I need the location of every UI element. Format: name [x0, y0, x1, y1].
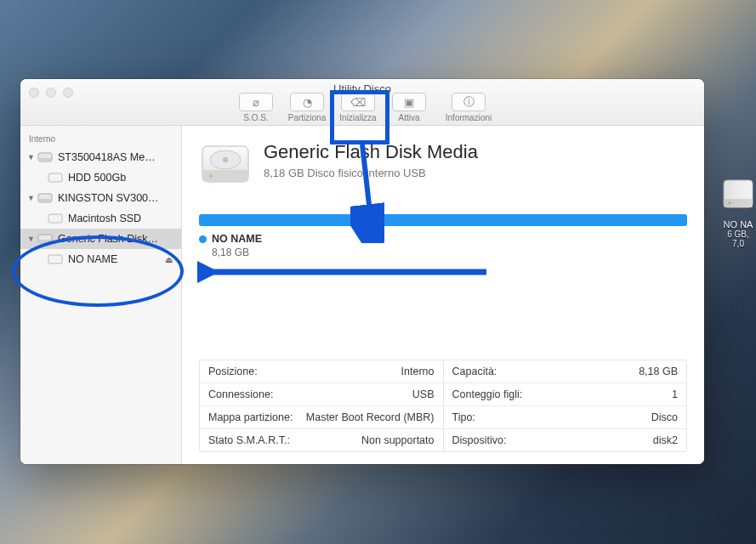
svg-rect-5 — [48, 173, 62, 182]
disclosure-triangle-icon[interactable]: ▼ — [27, 153, 36, 162]
svg-point-14 — [209, 174, 213, 178]
svg-point-2 — [729, 202, 731, 205]
internal-disk-icon — [37, 151, 53, 163]
table-row: Dispositivo:disk2 — [444, 429, 687, 451]
svg-rect-4 — [38, 158, 52, 162]
svg-rect-8 — [48, 214, 62, 223]
desktop-drive-icon[interactable]: NO NA 6 GB, 7,0 — [720, 175, 756, 248]
volume-icon — [48, 172, 63, 184]
mount-icon: ▣ — [404, 96, 414, 109]
svg-point-16 — [223, 157, 228, 162]
table-row: Stato S.M.A.R.T.:Non supportato — [200, 429, 443, 451]
legend-dot-icon — [199, 235, 207, 243]
volume-icon — [48, 253, 63, 265]
desktop-drive-name: NO NA — [720, 219, 756, 230]
svg-rect-10 — [38, 240, 52, 243]
table-row: Tipo:Disco — [444, 406, 687, 429]
disk-large-icon — [199, 141, 252, 189]
disclosure-triangle-icon[interactable]: ▼ — [27, 235, 36, 243]
stethoscope-icon: ⌀ — [253, 96, 259, 109]
volume-icon — [48, 212, 63, 224]
sidebar: Interno ▼ ST3500418AS Me… HDD 500Gb ▼ — [20, 126, 182, 464]
internal-disk-icon — [37, 233, 53, 245]
sidebar-volume-1[interactable]: Macintosh SSD — [20, 208, 181, 229]
disk-title: Generic Flash Disk Media — [264, 141, 478, 163]
info-col-right: Capacità:8,18 GB Conteggio figli:1 Tipo:… — [444, 360, 687, 451]
table-row: Capacità:8,18 GB — [444, 360, 687, 383]
legend-size: 8,18 GB — [212, 246, 687, 258]
svg-rect-1 — [724, 199, 753, 207]
pie-icon: ◔ — [303, 96, 312, 109]
sidebar-volume-0[interactable]: HDD 500Gb — [20, 167, 181, 188]
disk-utility-window: Utility Disco ⌀ S.O.S. ◔ Partiziona ⌫ In… — [20, 79, 704, 464]
desktop-drive-sub: 6 GB, 7,0 — [720, 230, 756, 248]
mount-button[interactable]: ▣ Attiva — [384, 93, 435, 122]
info-icon: ⓘ — [463, 94, 475, 110]
info-table: Posizione:Interno Connessione:USB Mappa … — [199, 360, 687, 452]
info-col-left: Posizione:Interno Connessione:USB Mappa … — [200, 360, 444, 451]
table-row: Connessione:USB — [200, 383, 443, 406]
window-titlebar[interactable]: Utility Disco ⌀ S.O.S. ◔ Partiziona ⌫ In… — [20, 79, 704, 126]
main-content: Generic Flash Disk Media 8,18 GB Disco f… — [182, 126, 704, 464]
table-row: Posizione:Interno — [200, 360, 443, 383]
partition-button[interactable]: ◔ Partiziona — [281, 93, 333, 122]
sidebar-disk-0[interactable]: ▼ ST3500418AS Me… — [20, 147, 181, 167]
info-button[interactable]: ⓘ Informazioni — [443, 93, 494, 122]
svg-rect-11 — [48, 255, 62, 264]
usage-legend: NO NAME — [199, 233, 687, 245]
sos-button[interactable]: ⌀ S.O.S. — [230, 93, 281, 122]
toolbar: ⌀ S.O.S. ◔ Partiziona ⌫ Inizializza ▣ At… — [20, 93, 704, 122]
table-row: Conteggio figli:1 — [444, 383, 687, 406]
desktop-background: NO NA 6 GB, 7,0 Utility Disco ⌀ S.O.S. ◔… — [0, 0, 756, 544]
legend-label: NO NAME — [212, 233, 262, 245]
sidebar-section-header: Interno — [20, 131, 181, 147]
sidebar-disk-2[interactable]: ▼ Generic Flash Disk… — [20, 229, 181, 249]
erase-button[interactable]: ⌫ Inizializza — [333, 93, 384, 122]
svg-rect-7 — [38, 199, 52, 202]
usage-bar — [199, 214, 687, 226]
eject-icon[interactable]: ⏏ — [165, 255, 173, 264]
sidebar-volume-2[interactable]: NO NAME ⏏ — [20, 249, 181, 269]
sidebar-disk-1[interactable]: ▼ KINGSTON SV300… — [20, 188, 181, 208]
disk-subtitle: 8,18 GB Disco fisico interno USB — [264, 167, 478, 179]
table-row: Mappa partizione:Master Boot Record (MBR… — [200, 406, 443, 429]
internal-disk-icon — [37, 192, 53, 204]
erase-icon: ⌫ — [350, 96, 366, 109]
disclosure-triangle-icon[interactable]: ▼ — [27, 194, 36, 202]
